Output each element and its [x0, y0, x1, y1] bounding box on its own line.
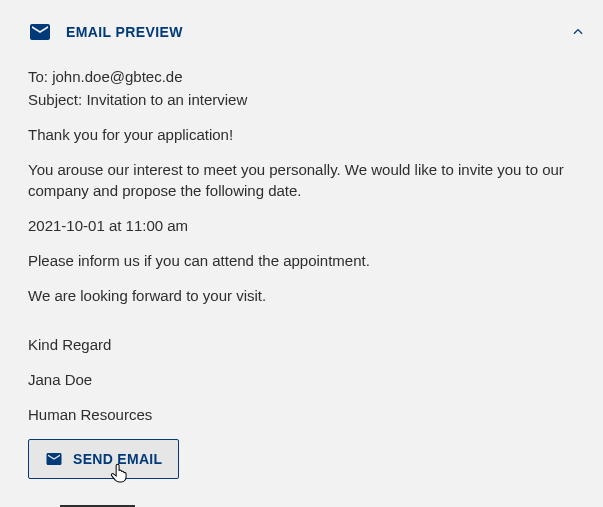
panel-title: EMAIL PREVIEW	[66, 24, 183, 40]
meta-to-label: To:	[28, 68, 48, 85]
body-forward: We are looking forward to your visit.	[28, 285, 589, 306]
body-signer-role: Human Resources	[28, 404, 589, 425]
actions-row: SEND EMAIL	[0, 425, 603, 479]
meta-to-value: john.doe@gbtec.de	[52, 68, 182, 85]
body-greeting: Thank you for your application!	[28, 124, 589, 145]
meta-subject-line: Subject: Invitation to an interview	[28, 89, 589, 110]
body-datetime: 2021-10-01 at 11:00 am	[28, 215, 589, 236]
body-signer-name: Jana Doe	[28, 369, 589, 390]
body-signoff: Kind Regard	[28, 334, 589, 355]
send-email-label: SEND EMAIL	[73, 451, 162, 467]
meta-subject-label: Subject:	[28, 91, 82, 108]
mail-icon	[28, 20, 52, 44]
email-preview-panel: EMAIL PREVIEW To: john.doe@gbtec.de Subj…	[0, 0, 603, 479]
panel-header-left: EMAIL PREVIEW	[28, 20, 183, 44]
meta-to-line: To: john.doe@gbtec.de	[28, 66, 589, 87]
chevron-up-icon[interactable]	[571, 25, 585, 39]
email-meta: To: john.doe@gbtec.de Subject: Invitatio…	[28, 66, 589, 110]
body-invite: You arouse our interest to meet you pers…	[28, 159, 589, 201]
panel-header[interactable]: EMAIL PREVIEW	[0, 0, 603, 62]
body-confirm: Please inform us if you can attend the a…	[28, 250, 589, 271]
meta-subject-value: Invitation to an interview	[86, 91, 247, 108]
mail-icon	[45, 450, 63, 468]
send-email-button[interactable]: SEND EMAIL	[28, 439, 179, 479]
email-body: To: john.doe@gbtec.de Subject: Invitatio…	[0, 62, 603, 425]
